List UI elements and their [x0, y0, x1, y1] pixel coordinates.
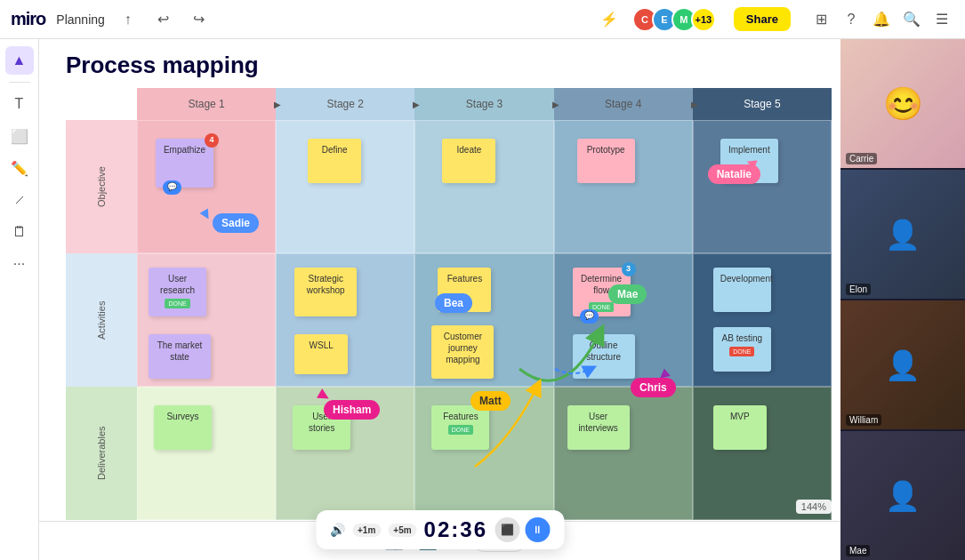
ab-testing-sticky[interactable]: AB testing DONE: [713, 327, 771, 372]
row-label-activities: Activities: [66, 253, 137, 387]
search-icon[interactable]: 🔍: [899, 7, 924, 32]
carrie-name: Carrie: [846, 153, 877, 164]
more-tools[interactable]: ···: [5, 250, 34, 278]
filter-icon[interactable]: ⚡: [597, 7, 622, 32]
carrie-video: 😊: [840, 39, 965, 168]
pen-tool[interactable]: ✏️: [5, 154, 34, 182]
project-name: Planning: [56, 12, 105, 27]
main-layout: ▲ T ⬜ ✏️ ⟋ 🗒 ··· Process mapping Stage 1…: [0, 39, 965, 560]
prototype-sticky[interactable]: Prototype: [577, 139, 635, 183]
undo-icon[interactable]: ↩: [151, 7, 176, 32]
process-map: Stage 1 Stage 2 Stage 3 Stage 4 Stage 5: [66, 88, 832, 520]
sticky-tool[interactable]: 🗒: [5, 218, 34, 246]
obj-s2: Define: [276, 120, 414, 253]
timer-pause-btn[interactable]: ⏸: [525, 517, 550, 542]
redo-icon[interactable]: ↪: [187, 7, 212, 32]
del-s1: Surveys: [137, 387, 276, 520]
help-icon[interactable]: ?: [839, 7, 864, 32]
obj-s3: Ideate: [414, 120, 553, 253]
chat-icon: 💬: [163, 180, 181, 195]
ur-tag: DONE: [165, 299, 189, 308]
surveys-sticky[interactable]: Surveys: [154, 405, 212, 450]
row-label-objective: Objective: [66, 120, 137, 253]
act-s3: Features Customer journey mapping: [414, 253, 553, 387]
left-sidebar: ▲ T ⬜ ✏️ ⟋ 🗒 ···: [0, 39, 39, 560]
empathize-sticky[interactable]: Empathize 4 💬: [156, 139, 213, 188]
video-tile-mae: 👤 Mae: [840, 431, 965, 560]
del-s2: User stories: [276, 387, 414, 520]
avatar-group: C E M +13: [632, 7, 716, 32]
act-s5: Development AB testing DONE: [693, 253, 832, 387]
determine-flow-sticky[interactable]: Determine flow 3 💬 DONE: [573, 268, 631, 316]
empathize-badge: 4: [205, 133, 219, 148]
wsll-sticky[interactable]: WSLL: [294, 334, 348, 374]
mae-name: Mae: [846, 545, 870, 556]
df-badge: 3: [622, 262, 636, 276]
timer-add-5m[interactable]: +5m: [388, 524, 416, 537]
timer-stop-btn[interactable]: ⬛: [495, 517, 519, 542]
avatar-count: +13: [691, 7, 716, 32]
stages-header: Stage 1 Stage 2 Stage 3 Stage 4 Stage 5: [137, 88, 832, 120]
video-tile-elon: 👤 Elon: [840, 170, 965, 299]
topbar-actions: ⊞ ? 🔔 🔍 ☰: [808, 7, 954, 32]
connector-tool[interactable]: ⟋: [5, 186, 34, 214]
mvp-sticky[interactable]: MVP: [713, 405, 767, 450]
cjm-sticky[interactable]: Customer journey mapping: [431, 325, 494, 379]
share-button[interactable]: Share: [734, 7, 791, 31]
mae-video: 👤: [840, 431, 965, 560]
timer-sound-btn[interactable]: 🔊: [330, 523, 345, 537]
objective-row: Empathize 4 💬 Define Id: [137, 120, 832, 253]
stage-2-header: Stage 2: [276, 88, 414, 120]
elon-video: 👤: [840, 170, 965, 299]
stage-4-header: Stage 4: [554, 88, 693, 120]
user-interviews-sticky[interactable]: User interviews: [567, 405, 630, 450]
user-stories-sticky[interactable]: User stories: [293, 405, 350, 450]
video-tile-william: 👤 William: [840, 300, 965, 429]
features-del-sticky[interactable]: Features DONE: [431, 405, 489, 450]
divider-1: [9, 82, 30, 83]
development-sticky[interactable]: Development: [713, 268, 771, 312]
export-icon[interactable]: ↑: [116, 7, 141, 32]
stage-3-header: Stage 3: [414, 88, 553, 120]
notification-icon[interactable]: 🔔: [869, 7, 894, 32]
topbar: miro Planning ↑ ↩ ↪ ⚡ C E M +13 Share ⊞ …: [0, 0, 965, 39]
elon-name: Elon: [846, 284, 871, 295]
feat-del-tag: DONE: [448, 425, 473, 435]
obj-s1: Empathize 4 💬: [137, 120, 276, 253]
stage-5-header: Stage 5: [693, 88, 832, 120]
row-labels: Objective Activities Deliverables: [66, 120, 137, 520]
map-grid: Empathize 4 💬 Define Id: [137, 120, 832, 520]
act-s1: User research DONE The market state: [137, 253, 276, 387]
ideate-sticky[interactable]: Ideate: [442, 139, 495, 183]
user-research-sticky[interactable]: User research DONE: [149, 268, 206, 316]
obj-s4: Prototype: [554, 120, 693, 253]
william-name: William: [846, 414, 881, 426]
df-chat: 💬: [580, 309, 599, 324]
canvas-title: Process mapping: [66, 52, 259, 79]
outline-structure-sticky[interactable]: Outline structure: [573, 334, 635, 379]
act-s4: Determine flow 3 💬 DONE Outline structur…: [554, 253, 693, 387]
timer-controls: ⬛ ⏸: [495, 517, 550, 542]
video-panel: 😊 Carrie 👤 Elon 👤 William 👤 Mae: [840, 39, 965, 560]
menu-icon[interactable]: ☰: [929, 7, 954, 32]
zoom-indicator: 144%: [796, 500, 832, 514]
william-video: 👤: [840, 300, 965, 429]
implement-sticky[interactable]: Implement: [720, 139, 778, 183]
grid-icon[interactable]: ⊞: [808, 7, 833, 32]
del-s3: Features DONE: [414, 387, 553, 520]
text-tool[interactable]: T: [5, 90, 34, 118]
features-act-sticky[interactable]: Features: [438, 268, 491, 312]
stage-1-header: Stage 1: [137, 88, 276, 120]
define-sticky[interactable]: Define: [308, 139, 361, 183]
activities-row: User research DONE The market state Stra…: [137, 253, 832, 387]
canvas-area[interactable]: Process mapping Stage 1 Stage 2 Stage 3 …: [39, 39, 840, 560]
deliverables-row: Surveys User stories Features DONE: [137, 387, 832, 520]
map-body: Objective Activities Deliverables: [66, 120, 832, 520]
ab-tag: DONE: [729, 347, 754, 356]
select-tool[interactable]: ▲: [5, 46, 34, 75]
market-state-sticky[interactable]: The market state: [149, 334, 211, 379]
act-s2: Strategic workshop WSLL: [276, 253, 414, 387]
strategic-workshop-sticky[interactable]: Strategic workshop: [294, 268, 357, 316]
timer-add-1m[interactable]: +1m: [352, 524, 381, 537]
shape-tool[interactable]: ⬜: [5, 122, 34, 150]
